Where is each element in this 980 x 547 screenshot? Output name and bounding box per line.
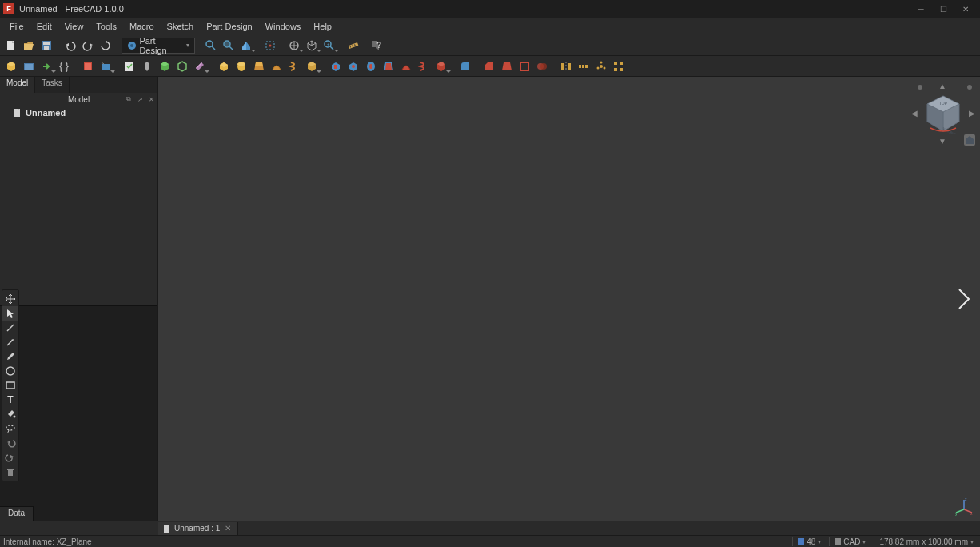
new-file-icon[interactable]	[3, 38, 19, 54]
menu-help[interactable]: Help	[307, 20, 338, 33]
menu-view[interactable]: View	[58, 20, 90, 33]
validate-icon[interactable]	[122, 58, 137, 74]
step-fwd-icon[interactable]	[2, 450, 18, 465]
pad-icon[interactable]	[216, 58, 232, 74]
linear-pattern-icon[interactable]	[576, 58, 592, 74]
vars-icon[interactable]: { }	[56, 58, 72, 74]
sub-shape-icon[interactable]	[174, 58, 190, 74]
trash-icon[interactable]	[2, 465, 18, 479]
line-tool-icon[interactable]	[2, 321, 18, 335]
save-icon[interactable]	[38, 38, 54, 54]
zoom-fit-icon[interactable]	[203, 38, 219, 54]
check-geom-icon[interactable]	[139, 58, 155, 74]
thickness-icon[interactable]	[516, 58, 532, 74]
rect-tool-icon[interactable]	[2, 378, 18, 393]
loft-sub-icon[interactable]	[380, 58, 396, 74]
pocket-icon[interactable]	[328, 58, 344, 74]
map-sketch-icon[interactable]	[98, 58, 114, 74]
measure-icon[interactable]	[345, 38, 361, 54]
datum-icon[interactable]	[192, 58, 208, 74]
create-sketch-icon[interactable]	[21, 58, 37, 74]
maximize-button[interactable]: ☐	[932, 2, 954, 16]
doc-tab-close-icon[interactable]: ✕	[223, 524, 233, 533]
tab-tasks[interactable]: Tasks	[35, 77, 70, 93]
tab-data[interactable]: Data	[0, 507, 34, 521]
navcube-left-arrow-icon[interactable]: ◀	[911, 109, 918, 118]
svg-marker-47	[196, 62, 204, 70]
navcube-corner-tl[interactable]	[918, 85, 922, 90]
menu-edit[interactable]: Edit	[30, 20, 58, 33]
shape-binder-icon[interactable]	[157, 58, 173, 74]
helix-sub-icon[interactable]	[416, 58, 432, 74]
navcube-cube[interactable]: TOP FRONT	[922, 93, 964, 134]
create-body-icon[interactable]	[3, 58, 19, 74]
menu-file[interactable]: File	[3, 20, 30, 33]
sweep-sub-icon[interactable]	[398, 58, 414, 74]
undo-icon[interactable]	[62, 38, 78, 54]
sweep-additive-icon[interactable]	[269, 58, 285, 74]
polar-pattern-icon[interactable]	[593, 58, 609, 74]
select-tool-icon[interactable]	[2, 306, 18, 321]
loft-additive-icon[interactable]	[251, 58, 267, 74]
tab-model[interactable]: Model	[0, 77, 35, 93]
export-icon[interactable]	[38, 58, 54, 74]
svg-marker-54	[255, 62, 263, 66]
pencil-tool-icon[interactable]	[2, 349, 18, 364]
bounding-box-icon[interactable]	[262, 38, 278, 54]
navcube-up-arrow-icon[interactable]: ▲	[938, 82, 946, 90]
circle-tool-icon[interactable]	[2, 364, 18, 378]
primitive-sub-icon[interactable]	[433, 58, 449, 74]
primitive-additive-icon[interactable]	[304, 58, 320, 74]
move-tool-icon[interactable]	[2, 292, 18, 306]
doc-tab-unnamed[interactable]: Unnamed : 1 ✕	[158, 522, 238, 535]
close-button[interactable]: ✕	[954, 2, 977, 16]
navcube-corner-tr[interactable]	[967, 85, 972, 90]
menu-sketch[interactable]: Sketch	[161, 20, 201, 33]
multi-transform-icon[interactable]	[611, 58, 627, 74]
chamfer-icon[interactable]	[481, 58, 497, 74]
model-tree[interactable]: Unnamed	[0, 106, 157, 305]
zoom-selection-icon[interactable]	[221, 38, 237, 54]
revolve-icon[interactable]	[233, 58, 249, 74]
fillet-icon[interactable]	[457, 58, 473, 74]
axonometric-view-icon[interactable]	[304, 38, 320, 54]
status-instance-count[interactable]: 48 ▾	[792, 537, 824, 546]
navcube-home-icon[interactable]	[964, 134, 975, 146]
open-file-icon[interactable]	[21, 38, 37, 54]
edit-sketch-icon[interactable]	[80, 58, 96, 74]
menu-part-design[interactable]: Part Design	[200, 20, 258, 33]
svg-text:+: +	[327, 42, 330, 46]
status-nav-style[interactable]: CAD ▾	[829, 537, 869, 546]
expand-right-chevron-icon[interactable]	[956, 286, 972, 312]
hole-icon[interactable]	[345, 58, 361, 74]
bucket-tool-icon[interactable]	[2, 407, 18, 421]
viewport-3d[interactable]: ▲ ▼ ◀ ▶ TOP FRONT	[158, 77, 980, 521]
workbench-selector[interactable]: Part Design ▾	[122, 38, 195, 54]
navcube-right-arrow-icon[interactable]: ▶	[969, 109, 975, 118]
panel-detach-icon[interactable]: ↗	[135, 94, 145, 104]
mirror-icon[interactable]	[558, 58, 574, 74]
menu-tools[interactable]: Tools	[90, 20, 123, 33]
boolean-icon[interactable]	[534, 58, 550, 74]
redo-icon[interactable]	[80, 38, 96, 54]
whatsthis-icon[interactable]: ?	[369, 38, 385, 54]
groove-icon[interactable]	[363, 58, 379, 74]
menu-macro[interactable]: Macro	[123, 20, 161, 33]
navcube-down-arrow-icon[interactable]: ▼	[938, 137, 946, 146]
panel-float-icon[interactable]: ⧉	[124, 94, 133, 104]
panel-close-icon[interactable]: ✕	[146, 94, 156, 104]
text-tool-icon[interactable]: T	[2, 393, 18, 407]
menu-windows[interactable]: Windows	[259, 20, 308, 33]
helix-additive-icon[interactable]	[286, 58, 302, 74]
lasso-tool-icon[interactable]	[2, 421, 18, 436]
step-back-icon[interactable]	[2, 436, 18, 450]
draft-icon[interactable]	[499, 58, 515, 74]
isometric-view-icon[interactable]	[286, 38, 302, 54]
arrow-tool-icon[interactable]	[2, 335, 18, 349]
status-dimensions[interactable]: 178.82 mm x 100.00 mm ▾	[874, 537, 977, 546]
sync-view-icon[interactable]: +	[321, 38, 337, 54]
tree-root-item[interactable]: Unnamed	[3, 107, 154, 118]
minimize-button[interactable]: ─	[910, 2, 932, 16]
draw-style-icon[interactable]	[238, 38, 254, 54]
refresh-icon[interactable]	[98, 38, 114, 54]
